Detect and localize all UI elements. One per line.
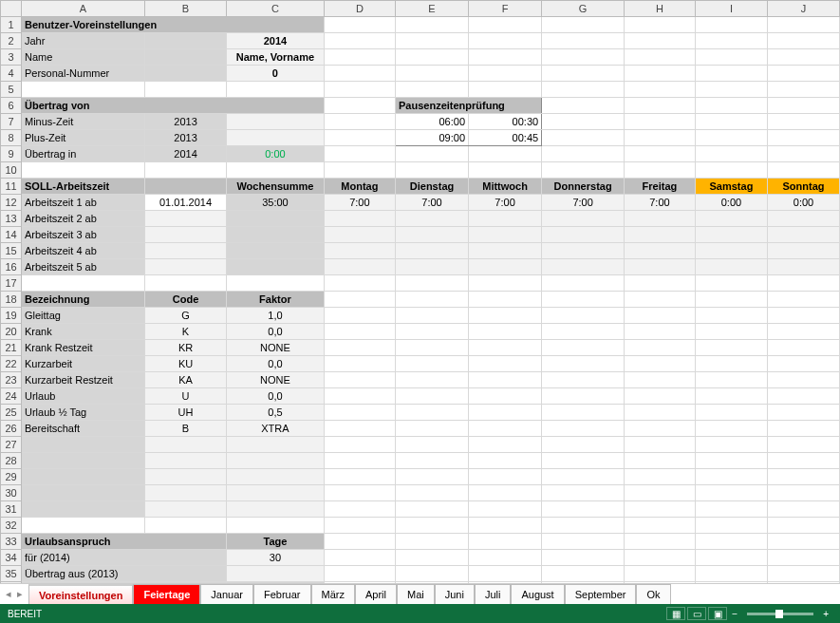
cell-G34[interactable] <box>542 550 625 566</box>
cell-H11[interactable]: Freitag <box>625 179 696 195</box>
cell-I9[interactable] <box>695 146 767 162</box>
cell-H18[interactable] <box>625 292 696 308</box>
cell-E19[interactable] <box>396 308 469 324</box>
cell-G17[interactable] <box>542 275 625 292</box>
row-20-header[interactable]: 20 <box>1 324 22 340</box>
cell-D34[interactable] <box>324 550 395 566</box>
cell-A21[interactable]: Krank Restzeit <box>22 340 145 356</box>
cell-I27[interactable] <box>695 437 767 453</box>
row-27-header[interactable]: 27 <box>1 437 22 453</box>
cell-C5[interactable] <box>227 82 325 98</box>
cell-A25[interactable]: Urlaub ½ Tag <box>22 405 145 421</box>
cell-A2[interactable]: Jahr <box>22 33 145 49</box>
cell-H21[interactable] <box>625 340 696 356</box>
cell-E35[interactable] <box>396 566 469 582</box>
cell-D14[interactable] <box>324 227 395 243</box>
cell-D22[interactable] <box>324 356 395 372</box>
cell-F4[interactable] <box>469 66 542 82</box>
cell-D1[interactable] <box>324 17 395 33</box>
cell-I34[interactable] <box>695 550 767 566</box>
cell-J12[interactable]: 0:00 <box>768 195 840 211</box>
cell-I29[interactable] <box>695 469 767 485</box>
cell-H17[interactable] <box>625 275 696 292</box>
cell-E16[interactable] <box>396 259 469 275</box>
row-14-header[interactable]: 14 <box>1 227 22 243</box>
cell-C16[interactable] <box>227 259 325 275</box>
row-13-header[interactable]: 13 <box>1 211 22 227</box>
cell-G33[interactable] <box>542 534 625 550</box>
cell-I16[interactable] <box>695 259 767 275</box>
cell-B8[interactable]: 2013 <box>145 130 227 146</box>
cell-E28[interactable] <box>396 453 469 469</box>
col-I[interactable]: I <box>695 1 767 17</box>
cell-H22[interactable] <box>625 356 696 372</box>
cell-H32[interactable] <box>625 518 696 534</box>
cell-E12[interactable]: 7:00 <box>396 195 469 211</box>
cell-B20[interactable]: K <box>145 324 227 340</box>
cell-A7[interactable]: Minus-Zeit <box>22 114 145 130</box>
select-all-corner[interactable] <box>1 1 22 17</box>
cell-B14[interactable] <box>145 227 227 243</box>
cell-E17[interactable] <box>396 275 469 292</box>
cell-H4[interactable] <box>625 66 696 82</box>
cell-I13[interactable] <box>695 211 767 227</box>
cell-A23[interactable]: Kurzarbeit Restzeit <box>22 372 145 388</box>
row-29-header[interactable]: 29 <box>1 469 22 485</box>
cell-A32[interactable] <box>22 518 145 534</box>
cell-I21[interactable] <box>695 340 767 356</box>
cell-A33[interactable]: Urlaubsanspruch <box>22 534 227 550</box>
cell-A24[interactable]: Urlaub <box>22 388 145 405</box>
row-8-header[interactable]: 8 <box>1 130 22 146</box>
cell-E30[interactable] <box>396 485 469 501</box>
cell-D4[interactable] <box>324 66 395 82</box>
cell-A15[interactable]: Arbeitszeit 4 ab <box>22 243 145 259</box>
cell-J11[interactable]: Sonntag <box>768 179 840 195</box>
cell-G27[interactable] <box>542 437 625 453</box>
cell-B28[interactable] <box>145 453 227 469</box>
cell-G10[interactable] <box>542 162 625 179</box>
cell-J19[interactable] <box>768 308 840 324</box>
cell-E9[interactable] <box>396 146 469 162</box>
row-1-header[interactable]: 1 <box>1 17 22 33</box>
cell-D35[interactable] <box>324 566 395 582</box>
cell-J31[interactable] <box>768 501 840 518</box>
cell-B17[interactable] <box>145 275 227 292</box>
cell-B2[interactable] <box>145 33 227 49</box>
cell-J4[interactable] <box>768 66 840 82</box>
cell-C20[interactable]: 0,0 <box>227 324 325 340</box>
cell-A22[interactable]: Kurzarbeit <box>22 356 145 372</box>
cell-G5[interactable] <box>542 82 625 98</box>
col-E[interactable]: E <box>396 1 469 17</box>
cell-D7[interactable] <box>324 114 395 130</box>
cell-F26[interactable] <box>469 421 542 437</box>
cell-C12[interactable]: 35:00 <box>227 195 325 211</box>
cell-C3[interactable]: Name, Vorname <box>227 49 325 66</box>
cell-H19[interactable] <box>625 308 696 324</box>
cell-C28[interactable] <box>227 453 325 469</box>
cell-I6[interactable] <box>695 98 767 114</box>
cell-H30[interactable] <box>625 485 696 501</box>
cell-I20[interactable] <box>695 324 767 340</box>
cell-F8[interactable]: 00:45 <box>469 130 542 146</box>
cell-D28[interactable] <box>324 453 395 469</box>
cell-C34[interactable]: 30 <box>227 550 325 566</box>
cell-H25[interactable] <box>625 405 696 421</box>
cell-F9[interactable] <box>469 146 542 162</box>
cell-F5[interactable] <box>469 82 542 98</box>
cell-H24[interactable] <box>625 388 696 405</box>
cell-G11[interactable]: Donnerstag <box>542 179 625 195</box>
cell-D26[interactable] <box>324 421 395 437</box>
cell-J22[interactable] <box>768 356 840 372</box>
row-33-header[interactable]: 33 <box>1 534 22 550</box>
cell-H10[interactable] <box>625 162 696 179</box>
cell-E20[interactable] <box>396 324 469 340</box>
row-5-header[interactable]: 5 <box>1 82 22 98</box>
cell-D5[interactable] <box>324 82 395 98</box>
col-J[interactable]: J <box>768 1 840 17</box>
cell-I1[interactable] <box>695 17 767 33</box>
cell-H33[interactable] <box>625 534 696 550</box>
cell-H9[interactable] <box>625 146 696 162</box>
cell-B22[interactable]: KU <box>145 356 227 372</box>
cell-D13[interactable] <box>324 211 395 227</box>
cell-J35[interactable] <box>768 566 840 582</box>
